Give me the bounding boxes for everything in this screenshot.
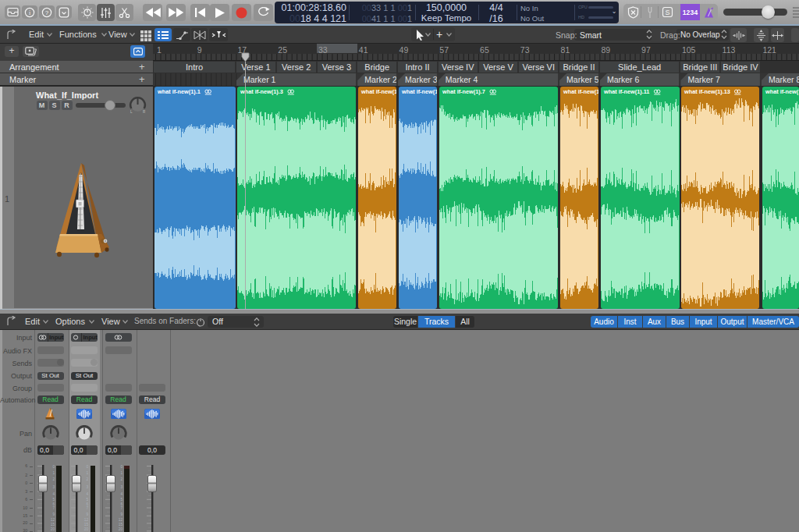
svg-text:what if-new(1).1: what if-new(1).1 <box>157 88 201 95</box>
svg-text:what if-new(1).7: what if-new(1).7 <box>442 88 485 95</box>
svg-text:S: S <box>665 9 669 16</box>
svg-text:what if-new(1: what if-new(1 <box>765 88 799 95</box>
svg-text:?: ? <box>45 9 49 16</box>
svg-text:what if-new(1).: what if-new(1). <box>563 88 598 95</box>
svg-text:what if-new(1).3: what if-new(1).3 <box>240 88 283 95</box>
svg-text:what if-new(1).13: what if-new(1).13 <box>684 88 730 95</box>
svg-text:i: i <box>29 9 31 16</box>
svg-text:what if-new(1).11: what if-new(1).11 <box>603 88 649 95</box>
svg-text:what if-new(1: what if-new(1 <box>360 88 396 95</box>
svg-text:what if-new(1: what if-new(1 <box>401 88 437 95</box>
svg-text:R: R <box>143 110 146 114</box>
svg-text:L: L <box>130 110 133 114</box>
